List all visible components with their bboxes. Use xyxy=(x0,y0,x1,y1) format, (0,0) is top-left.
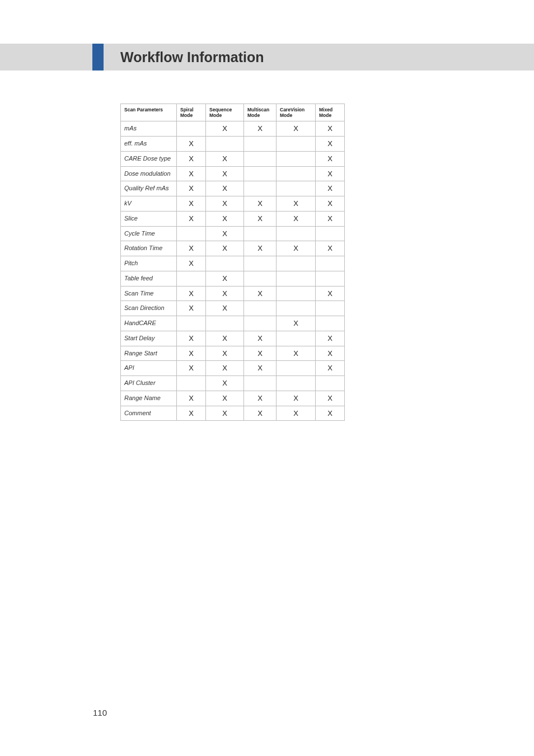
cell-value: X xyxy=(244,331,277,346)
cell-value xyxy=(277,301,316,316)
col-header-spiral-mode: Spiral Mode xyxy=(177,104,206,121)
param-label: Comment xyxy=(121,406,177,421)
table-row: Quality Ref mAsXXX xyxy=(121,181,345,196)
cell-value xyxy=(177,376,206,391)
param-label: CARE Dose type xyxy=(121,151,177,166)
cell-value xyxy=(244,181,277,196)
table-row: Rotation TimeXXXXX xyxy=(121,241,345,256)
cell-value xyxy=(277,166,316,181)
cell-value xyxy=(244,166,277,181)
cell-value: X xyxy=(177,166,206,181)
table-row: APIXXXX xyxy=(121,361,345,376)
cell-value: X xyxy=(244,346,277,361)
cell-value: X xyxy=(177,256,206,271)
cell-value: X xyxy=(277,346,316,361)
cell-value: X xyxy=(316,137,345,152)
cell-value: X xyxy=(316,166,345,181)
cell-value xyxy=(244,226,277,241)
cell-value: X xyxy=(177,137,206,152)
cell-value: X xyxy=(177,196,206,212)
cell-value xyxy=(277,376,316,391)
cell-value xyxy=(277,256,316,271)
param-label: Range Start xyxy=(121,346,177,361)
cell-value xyxy=(316,256,345,271)
cell-value xyxy=(277,271,316,286)
param-label: Scan Direction xyxy=(121,301,177,316)
col-header-scan-parameters: Scan Parameters xyxy=(121,104,177,121)
table-row: Start DelayXXXX xyxy=(121,331,345,346)
table-row: mAsXXXX xyxy=(121,121,345,137)
param-label: API Cluster xyxy=(121,376,177,391)
cell-value: X xyxy=(244,196,277,212)
cell-value xyxy=(277,361,316,376)
cell-value: X xyxy=(206,151,244,166)
cell-value xyxy=(244,301,277,316)
param-label: Start Delay xyxy=(121,331,177,346)
param-label: Slice xyxy=(121,211,177,226)
cell-value: X xyxy=(177,301,206,316)
cell-value: X xyxy=(244,406,277,421)
cell-value xyxy=(244,256,277,271)
cell-value xyxy=(316,316,345,331)
param-label: Pitch xyxy=(121,256,177,271)
cell-value xyxy=(277,226,316,241)
cell-value: X xyxy=(277,121,316,137)
cell-value xyxy=(277,151,316,166)
table-row: CARE Dose typeXXX xyxy=(121,151,345,166)
param-label: API xyxy=(121,361,177,376)
cell-value xyxy=(244,151,277,166)
cell-value: X xyxy=(177,406,206,421)
cell-value xyxy=(177,226,206,241)
param-label: Scan Time xyxy=(121,286,177,301)
cell-value: X xyxy=(244,391,277,406)
col-header-carevision-mode: CareVision Mode xyxy=(277,104,316,121)
cell-value: X xyxy=(206,166,244,181)
cell-value xyxy=(177,121,206,137)
cell-value: X xyxy=(177,286,206,301)
page-title: Workflow Information xyxy=(120,44,264,71)
table-row: HandCAREX xyxy=(121,316,345,331)
cell-value: X xyxy=(177,181,206,196)
cell-value: X xyxy=(206,391,244,406)
table-row: Scan DirectionXX xyxy=(121,301,345,316)
table-row: kVXXXXX xyxy=(121,196,345,212)
cell-value: X xyxy=(277,391,316,406)
cell-value: X xyxy=(177,151,206,166)
cell-value: X xyxy=(206,361,244,376)
param-label: Range Name xyxy=(121,391,177,406)
table-header-row: Scan Parameters Spiral Mode Sequence Mod… xyxy=(121,104,345,121)
cell-value: X xyxy=(177,211,206,226)
cell-value: X xyxy=(206,286,244,301)
cell-value xyxy=(277,137,316,152)
cell-value: X xyxy=(206,181,244,196)
param-label: Cycle Time xyxy=(121,226,177,241)
cell-value: X xyxy=(277,211,316,226)
cell-value xyxy=(206,316,244,331)
table-row: Range NameXXXXX xyxy=(121,391,345,406)
cell-value xyxy=(277,181,316,196)
scan-parameters-table: Scan Parameters Spiral Mode Sequence Mod… xyxy=(120,104,345,421)
param-label: Rotation Time xyxy=(121,241,177,256)
table-row: CommentXXXXX xyxy=(121,406,345,421)
table-row: Range StartXXXXX xyxy=(121,346,345,361)
cell-value: X xyxy=(206,406,244,421)
cell-value xyxy=(244,271,277,286)
param-label: Quality Ref mAs xyxy=(121,181,177,196)
cell-value: X xyxy=(206,226,244,241)
cell-value xyxy=(316,226,345,241)
cell-value: X xyxy=(316,331,345,346)
cell-value: X xyxy=(206,196,244,212)
cell-value: X xyxy=(316,196,345,212)
table-row: API ClusterX xyxy=(121,376,345,391)
cell-value: X xyxy=(277,316,316,331)
table-row: Cycle TimeX xyxy=(121,226,345,241)
cell-value: X xyxy=(316,121,345,137)
param-label: kV xyxy=(121,196,177,212)
cell-value: X xyxy=(316,406,345,421)
table-row: Scan TimeXXXX xyxy=(121,286,345,301)
cell-value: X xyxy=(206,271,244,286)
cell-value: X xyxy=(206,331,244,346)
cell-value xyxy=(316,376,345,391)
table-row: eff. mAsXX xyxy=(121,137,345,152)
cell-value: X xyxy=(316,361,345,376)
